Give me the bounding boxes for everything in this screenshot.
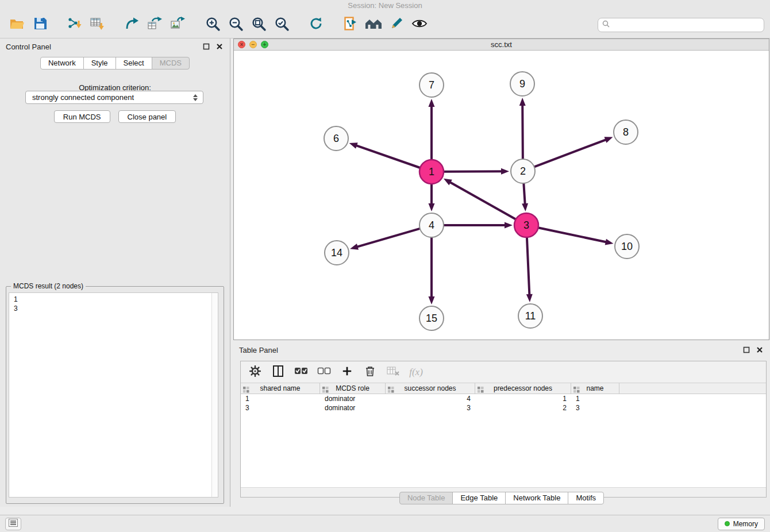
optimization-select-value: strongly connected component	[32, 93, 191, 102]
run-mcds-button[interactable]: Run MCDS	[54, 110, 110, 123]
window-zoom-icon[interactable]: +	[261, 41, 268, 48]
graph-node-15[interactable]: 15	[419, 306, 444, 330]
table-row[interactable]: 1dominator411	[241, 394, 766, 403]
graph-node-14[interactable]: 14	[325, 241, 349, 265]
toolbar-group	[6, 14, 52, 36]
control-tab-mcds[interactable]: MCDS	[152, 57, 190, 70]
zoom-out-button[interactable]	[224, 14, 247, 36]
column-header-predecessor-nodes[interactable]: predecessor nodes	[475, 383, 571, 394]
delete-column-button[interactable]	[363, 365, 378, 380]
table-tab-network-table[interactable]: Network Table	[505, 492, 568, 504]
graph-edge-4-15[interactable]	[429, 238, 435, 304]
graph-edge-2-3[interactable]	[522, 184, 528, 211]
control-tab-style[interactable]: Style	[83, 57, 116, 70]
add-column-button[interactable]	[340, 365, 355, 380]
import-table-button[interactable]	[86, 14, 109, 36]
column-header-mcds-role[interactable]: MCDS role	[320, 383, 386, 394]
graph-edge-4-3[interactable]	[444, 222, 513, 229]
table-toolbar: f(x)	[241, 361, 766, 383]
close-panel-icon[interactable]	[215, 42, 224, 51]
show-hide-graphics-button[interactable]	[408, 14, 431, 36]
table-tab-edge-table[interactable]: Edge Table	[452, 492, 506, 504]
graph-node-6[interactable]: 6	[324, 126, 348, 151]
network-canvas[interactable]: 7968124314101511	[234, 51, 769, 340]
network-from-selection-button[interactable]	[339, 14, 362, 36]
clear-selection-button[interactable]	[317, 365, 332, 380]
panels-menu-button[interactable]	[5, 518, 21, 530]
settings-button[interactable]	[248, 365, 263, 380]
svg-text:6: 6	[333, 133, 339, 144]
cell-mcds-role: dominator	[320, 394, 386, 403]
apply-style-button[interactable]	[385, 14, 408, 36]
zoom-in-button[interactable]	[201, 14, 224, 36]
graph-edge-2-8[interactable]	[535, 137, 613, 167]
zoom-in-icon	[205, 16, 221, 34]
export-image-button[interactable]	[167, 14, 190, 36]
svg-text:3: 3	[523, 219, 529, 231]
cell-successor-nodes: 3	[386, 403, 475, 413]
svg-text:7: 7	[429, 79, 434, 91]
search-input[interactable]	[613, 21, 760, 29]
graph-edge-3-10[interactable]	[539, 228, 614, 245]
result-scrollbar[interactable]	[211, 293, 218, 497]
graph-edge-1-2[interactable]	[444, 168, 509, 175]
float-table-panel-icon[interactable]	[742, 345, 751, 354]
open-file-button[interactable]	[6, 14, 29, 36]
export-network-button[interactable]	[121, 14, 144, 36]
memory-button[interactable]: Memory	[718, 518, 765, 530]
table-panel-header: Table Panel	[233, 342, 770, 358]
table-tab-node-table[interactable]: Node Table	[399, 492, 453, 504]
table-panel: Table Panel f(x) shared nameMCDS rolesuc…	[233, 342, 770, 511]
column-header-name[interactable]: name	[571, 383, 619, 394]
graph-edge-1-4[interactable]	[429, 184, 435, 211]
table-column-headers: shared nameMCDS rolesuccessor nodesprede…	[241, 383, 766, 394]
optimization-select[interactable]: strongly connected component	[25, 91, 203, 104]
graph-node-4[interactable]: 4	[419, 213, 444, 237]
graph-node-9[interactable]: 9	[510, 72, 534, 96]
control-tab-select[interactable]: Select	[116, 57, 152, 70]
search-box[interactable]	[598, 18, 764, 32]
select-all-button[interactable]	[294, 365, 309, 380]
graph-edge-1-7[interactable]	[429, 99, 435, 159]
graph-edge-3-1[interactable]	[444, 179, 515, 219]
zoom-selected-button[interactable]	[270, 14, 293, 36]
clear-selection-icon	[317, 367, 331, 377]
graph-node-3[interactable]: 3	[514, 213, 538, 237]
table-tab-motifs[interactable]: Motifs	[568, 492, 604, 504]
home-button[interactable]	[362, 14, 385, 36]
window-minimize-icon[interactable]: −	[249, 41, 257, 48]
mcds-result-area[interactable]: 13	[9, 292, 218, 498]
close-table-panel-icon[interactable]	[755, 345, 764, 354]
column-header-shared-name[interactable]: shared name	[241, 383, 320, 394]
graph-node-1[interactable]: 1	[419, 160, 444, 184]
zoom-fit-button[interactable]	[247, 14, 270, 36]
graph-edge-3-11[interactable]	[526, 238, 533, 302]
export-table-icon	[148, 17, 163, 33]
graph-edge-4-14[interactable]	[350, 229, 419, 250]
graph-node-8[interactable]: 8	[614, 120, 638, 144]
refresh-icon	[309, 16, 324, 33]
column-visibility-button[interactable]	[271, 365, 286, 380]
graph-node-10[interactable]: 10	[615, 234, 639, 259]
column-header-successor-nodes[interactable]: successor nodes	[386, 383, 475, 394]
toolbar-group	[339, 14, 431, 36]
cell-shared-name: 3	[241, 403, 320, 413]
status-bar: Memory	[0, 515, 770, 532]
save-session-button[interactable]	[29, 14, 52, 36]
column-type-icon	[243, 385, 249, 396]
graph-edge-1-6[interactable]	[349, 142, 420, 167]
graph-edge-2-9[interactable]	[519, 98, 526, 159]
zoom-selected-icon	[274, 16, 290, 34]
float-panel-icon[interactable]	[202, 42, 211, 51]
export-table-button[interactable]	[144, 14, 167, 36]
refresh-button[interactable]	[305, 14, 328, 36]
window-close-icon[interactable]: ×	[238, 41, 245, 48]
close-panel-button[interactable]: Close panel	[118, 110, 176, 123]
graph-node-2[interactable]: 2	[511, 159, 535, 183]
cell-name: 3	[571, 403, 619, 413]
table-row[interactable]: 3dominator323	[241, 403, 766, 413]
graph-node-7[interactable]: 7	[419, 73, 444, 97]
graph-node-11[interactable]: 11	[518, 304, 542, 328]
control-tab-network[interactable]: Network	[40, 57, 84, 70]
import-network-button[interactable]	[63, 14, 86, 36]
